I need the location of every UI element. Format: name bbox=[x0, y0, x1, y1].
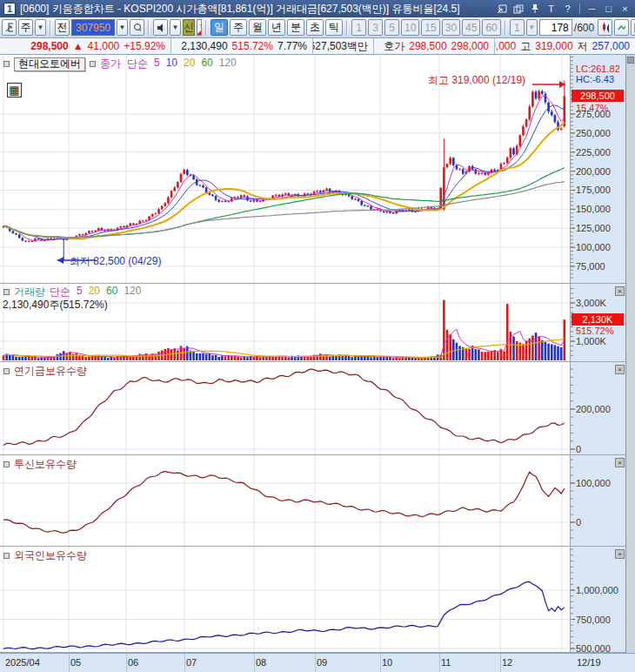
trust-chart bbox=[0, 455, 570, 546]
current-volume-percent: 515.72% bbox=[576, 326, 613, 336]
week-dropdown-icon[interactable]: ▼ bbox=[35, 19, 46, 36]
bar-count-total: /600 bbox=[574, 22, 594, 34]
price-chart bbox=[0, 55, 570, 283]
legend-item: 5 bbox=[154, 57, 160, 71]
week-button[interactable]: 주 bbox=[18, 19, 33, 36]
interval-value[interactable]: 1 bbox=[510, 19, 525, 36]
time-axis-divider bbox=[126, 654, 127, 672]
time-axis-label: 06 bbox=[128, 657, 138, 668]
period-button-일[interactable]: 일 bbox=[211, 19, 228, 36]
pin-icon[interactable] bbox=[528, 3, 541, 15]
stock-name-chip[interactable]: 현대오토에버 bbox=[14, 57, 85, 71]
period-button-월[interactable]: 월 bbox=[249, 19, 266, 36]
bar-count-field[interactable] bbox=[539, 19, 572, 36]
stock-code-field[interactable] bbox=[71, 19, 115, 36]
axis-ticks bbox=[571, 55, 626, 653]
period-button-분[interactable]: 분 bbox=[287, 19, 304, 36]
foreign-pane[interactable]: 외국인보유수량 bbox=[0, 547, 570, 653]
period-button-초[interactable]: 초 bbox=[306, 19, 324, 36]
pension-pane-close-icon[interactable]: × bbox=[615, 365, 625, 374]
price-axis-column[interactable]: LC:261.82 HC:-6.43 298,500 15.47% 2,130K… bbox=[570, 55, 625, 653]
time-axis-divider bbox=[254, 654, 255, 672]
time-axis[interactable]: 2025/040506070809101112 12/19 bbox=[0, 653, 635, 672]
time-axis-label: 05 bbox=[70, 657, 81, 668]
window-title: [0600] 키움종합차트 - KOSPI200 시가총액[81,861(억)]… bbox=[20, 2, 491, 17]
legend-item: 20 bbox=[184, 57, 195, 71]
minute-button-30[interactable]: 30 bbox=[442, 19, 460, 36]
axis-label: 150,000 bbox=[576, 204, 611, 214]
titlebar[interactable]: 1 [0600] 키움종합차트 - KOSPI200 시가총액[81,861(억… bbox=[0, 0, 635, 17]
font-icon[interactable]: T bbox=[545, 3, 558, 15]
volume-pane-close-icon[interactable]: × bbox=[615, 286, 625, 296]
popout-icon[interactable] bbox=[495, 3, 508, 15]
time-axis-label: 08 bbox=[256, 657, 266, 668]
legend-item: 10 bbox=[166, 57, 177, 71]
grid-tool-icon[interactable]: ▦ bbox=[7, 83, 22, 97]
bid-price: 298,000 bbox=[451, 40, 489, 52]
volume-pane[interactable]: 거래량 단순52060120 2,130,490주(515.72%) bbox=[0, 284, 570, 362]
sound-icon[interactable] bbox=[153, 19, 168, 36]
interval-dropdown-icon[interactable]: ▼ bbox=[526, 19, 538, 36]
pension-pane[interactable]: 연기금보유수량 bbox=[0, 362, 570, 455]
chart-region: 현대오토에버 종가단순5102060120 ▦ 최고 319,000 (12/1… bbox=[0, 55, 635, 672]
minute-button-15[interactable]: 15 bbox=[421, 19, 439, 36]
period-button-틱[interactable]: 틱 bbox=[325, 19, 343, 36]
code-dropdown-icon[interactable]: ▼ bbox=[117, 19, 128, 36]
legend-item: 단순 bbox=[127, 57, 148, 71]
help-icon[interactable]: ? bbox=[561, 3, 574, 15]
pane-marker-icon bbox=[3, 61, 10, 67]
search-icon[interactable] bbox=[130, 19, 144, 36]
scroll-top-handle[interactable] bbox=[627, 57, 634, 64]
price-pane[interactable]: 현대오토에버 종가단순5102060120 ▦ 최고 319,000 (12/1… bbox=[0, 55, 570, 284]
minute-button-1[interactable]: 1 bbox=[351, 19, 366, 36]
maximize-button[interactable]: □ bbox=[602, 3, 615, 15]
price-legend-items: 종가단순5102060120 bbox=[100, 57, 237, 71]
volume-value: 2,130,490 bbox=[181, 40, 227, 52]
axis-label: 125,000 bbox=[576, 223, 611, 233]
stock-code-input[interactable] bbox=[72, 22, 114, 34]
price-legend: 현대오토에버 종가단순5102060120 bbox=[3, 57, 237, 71]
quote-volume-cell: 2,130,490 515.72% 7.77% bbox=[171, 38, 313, 55]
minute-button-60[interactable]: 60 bbox=[482, 19, 500, 36]
quote-price-cell: 298,500 ▲ 41,000 +15.92% bbox=[0, 38, 171, 55]
period-button-주[interactable]: 주 bbox=[230, 19, 247, 36]
minute-group: 1351015304560 bbox=[351, 19, 501, 36]
pension-label: 연기금보유수량 bbox=[14, 364, 87, 379]
trade-value: 627,503백만 bbox=[313, 39, 368, 54]
hc-value: HC:-6.43 bbox=[576, 74, 614, 84]
foreign-pane-close-icon[interactable]: × bbox=[615, 549, 625, 559]
stock-name-marker bbox=[197, 30, 201, 35]
stock-name-field[interactable]: 현대오토에 bbox=[197, 19, 202, 36]
vertical-scrollbar[interactable] bbox=[625, 55, 635, 672]
pane-marker-icon bbox=[3, 461, 10, 467]
period-button-년[interactable]: 년 bbox=[268, 19, 285, 36]
chart-popup-icon[interactable] bbox=[2, 19, 17, 36]
legend-item: 60 bbox=[201, 57, 212, 71]
bar-count-input[interactable] bbox=[543, 22, 569, 34]
axis-label: 100,000 bbox=[576, 242, 611, 252]
minute-button-3[interactable]: 3 bbox=[368, 19, 383, 36]
time-axis-divider bbox=[380, 654, 381, 672]
window-number-badge: 1 bbox=[3, 3, 16, 15]
low-label: 저 bbox=[578, 39, 588, 54]
trust-pane-close-icon[interactable]: × bbox=[615, 458, 625, 467]
add-candle-icon[interactable] bbox=[598, 19, 612, 36]
minute-button-5[interactable]: 5 bbox=[384, 19, 399, 36]
prev-stock-button[interactable]: 전 bbox=[55, 19, 70, 36]
current-price: 298,500 bbox=[30, 40, 68, 52]
minimize-button[interactable]: ─ bbox=[585, 3, 598, 15]
layout-icon[interactable] bbox=[631, 19, 635, 36]
trust-pane[interactable]: 투신보유수량 bbox=[0, 455, 570, 547]
low-price: 257,000 bbox=[592, 40, 630, 52]
sound-dropdown-icon[interactable]: ▼ bbox=[170, 19, 181, 36]
minute-button-10[interactable]: 10 bbox=[401, 19, 419, 36]
time-axis-divider bbox=[439, 654, 440, 672]
axis-label: 275,000 bbox=[576, 109, 611, 119]
indicator-marker-icon bbox=[90, 61, 96, 67]
close-button[interactable]: × bbox=[618, 3, 632, 15]
add-indicator-icon[interactable] bbox=[614, 19, 629, 36]
duplicate-window-icon[interactable] bbox=[511, 3, 525, 15]
time-axis-divider bbox=[69, 654, 70, 672]
toolbar: 주 ▼ 전 ▼ ▼ 신 현대오토에 일주월년분초틱 1351015304560 … bbox=[0, 17, 635, 38]
minute-button-45[interactable]: 45 bbox=[462, 19, 480, 36]
